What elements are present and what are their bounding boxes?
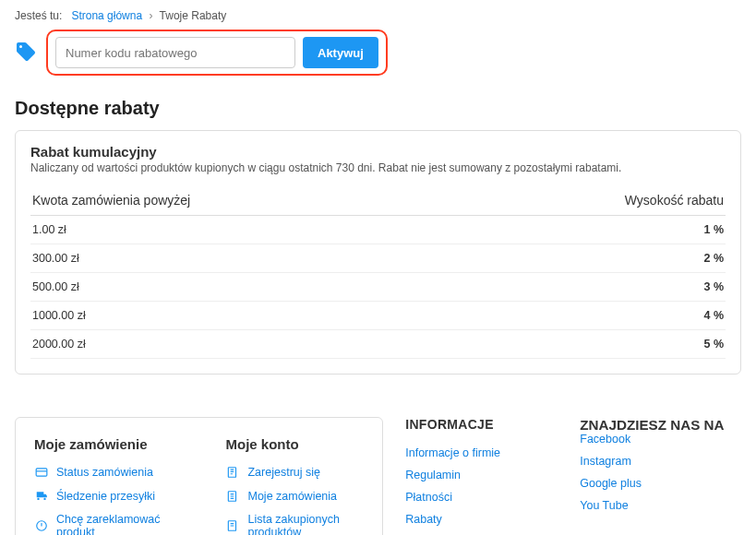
list-item: Moje zamówienia (225, 489, 364, 504)
list-item: Lista zakupionych produktów (225, 513, 364, 535)
social-title: ZNAJDZIESZ NAS NA (580, 417, 741, 433)
social-link[interactable]: Google plus (580, 477, 642, 490)
register-link[interactable]: Zarejestruj się (247, 466, 320, 479)
social-col: ZNAJDZIESZ NAS NA Facebook Instagram Goo… (580, 417, 741, 521)
info-title: INFORMACJE (405, 417, 558, 432)
card-icon (34, 465, 49, 480)
account-title: Moje konto (225, 436, 364, 452)
table-row: 500.00 zł3 % (30, 273, 726, 302)
list-item: Chcę zareklamować produkt (34, 513, 170, 535)
order-col: Moje zamówienie Status zamówienia Śledze… (34, 436, 170, 535)
complaint-link[interactable]: Chcę zareklamować produkt (56, 513, 170, 535)
truck-icon (34, 489, 49, 504)
rabat-title: Rabat kumulacyjny (30, 144, 726, 160)
section-title: Dostępne rabaty (15, 98, 741, 119)
table-row: 2000.00 zł5 % (30, 330, 726, 359)
breadcrumb-current: Twoje Rabaty (160, 9, 227, 22)
left-panel: Moje zamówienie Status zamówienia Śledze… (15, 417, 383, 535)
list-item: Status zamówienia (34, 465, 170, 480)
list-item: Śledzenie przesyłki (34, 489, 170, 504)
table-row: 300.00 zł2 % (30, 244, 726, 273)
purchased-link[interactable]: Lista zakupionych produktów (247, 513, 364, 535)
social-link[interactable]: You Tube (580, 499, 628, 512)
table-row: 1000.00 zł4 % (30, 302, 726, 330)
breadcrumb: Jesteś tu: Strona główna › Twoje Rabaty (15, 9, 741, 22)
order-title: Moje zamówienie (34, 436, 170, 452)
rabat-col-left: Kwota zamówienia powyżej (30, 187, 456, 216)
list-item: Zarejestruj się (225, 465, 364, 480)
rabat-table: Kwota zamówienia powyżej Wysokość rabatu… (30, 187, 726, 359)
orders-icon (225, 489, 240, 504)
info-link[interactable]: Informacje o firmie (405, 446, 500, 459)
info-link[interactable]: Rabaty (405, 513, 442, 526)
my-orders-link[interactable]: Moje zamówienia (247, 490, 337, 503)
promo-row: Aktywuj (15, 30, 741, 76)
info-link[interactable]: Regulamin (405, 469, 461, 482)
breadcrumb-label: Jesteś tu: (15, 9, 62, 22)
complaint-icon (34, 518, 49, 533)
order-status-link[interactable]: Status zamówienia (56, 466, 153, 479)
info-link[interactable]: Płatności (405, 491, 452, 504)
social-link[interactable]: Facebook (580, 433, 630, 446)
register-icon (225, 465, 240, 480)
breadcrumb-home[interactable]: Strona główna (71, 9, 142, 22)
account-col: Moje konto Zarejestruj się Moje zamówien… (225, 436, 364, 535)
track-link[interactable]: Śledzenie przesyłki (56, 490, 155, 503)
promo-code-box: Aktywuj (46, 30, 388, 76)
social-link[interactable]: Instagram (580, 455, 631, 468)
info-col: INFORMACJE Informacje o firmie Regulamin… (405, 417, 558, 535)
breadcrumb-sep: › (149, 9, 152, 22)
tag-icon (15, 41, 37, 65)
purchased-icon (225, 518, 240, 533)
rabat-col-right: Wysokość rabatu (456, 187, 726, 216)
footer: Moje zamówienie Status zamówienia Śledze… (15, 417, 741, 535)
rabat-desc: Naliczany od wartości produktów kupionyc… (30, 161, 726, 174)
promo-code-input[interactable] (55, 37, 295, 68)
rabat-card: Rabat kumulacyjny Naliczany od wartości … (15, 130, 741, 374)
activate-button[interactable]: Aktywuj (303, 37, 378, 68)
svg-rect-0 (36, 469, 47, 476)
table-row: 1.00 zł1 % (30, 216, 726, 244)
